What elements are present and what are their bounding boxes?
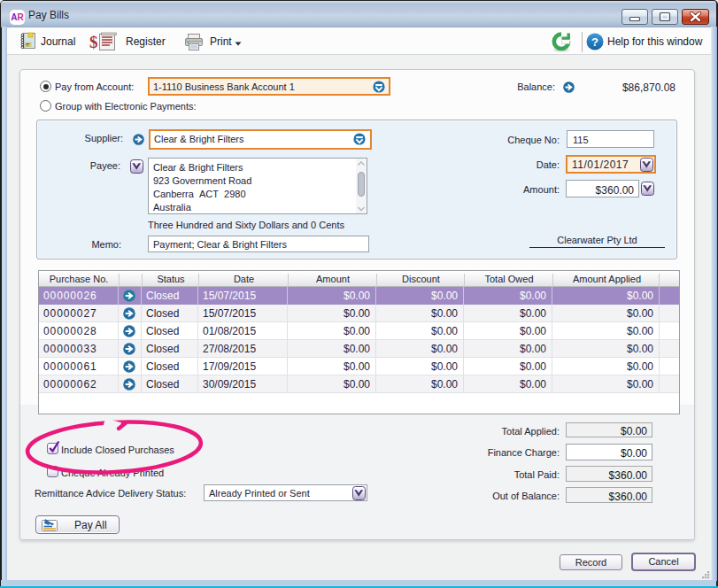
svg-text:$: $ bbox=[89, 33, 98, 51]
svg-text:?: ? bbox=[591, 35, 598, 49]
